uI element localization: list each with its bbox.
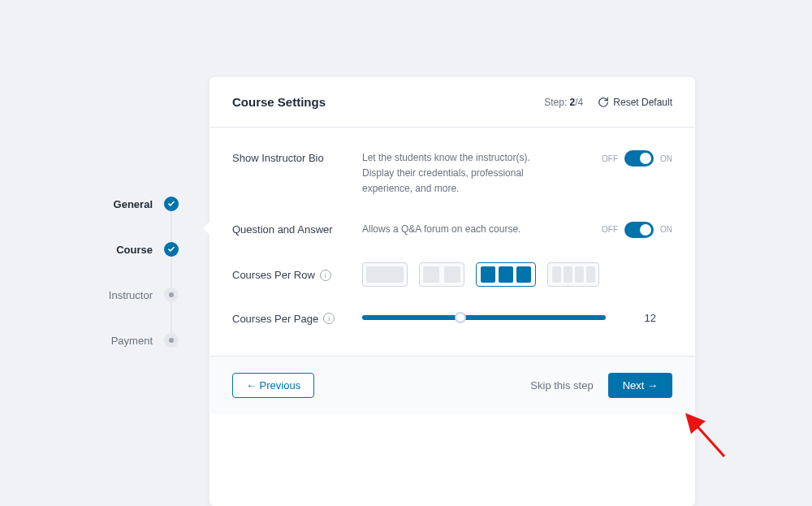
setting-label: Show Instructor Bio [232,150,362,164]
toggle-switch-icon [624,150,654,167]
step-label: Course [116,244,153,256]
setting-label: Courses Per Row i [232,267,362,281]
pending-dot-icon [164,288,179,302]
qa-toggle[interactable]: OFF ON [602,222,672,238]
info-icon[interactable]: i [320,270,331,281]
refresh-icon [598,97,609,108]
slider-value: 12 [632,312,656,324]
step-payment[interactable]: Payment [0,318,209,363]
courses-per-page-slider[interactable] [362,315,606,320]
bio-toggle[interactable]: OFF ON [602,150,672,167]
card-footer: ← Previous Skip this step Next → [209,356,695,414]
check-icon [164,197,179,211]
setting-instructor-bio: Show Instructor Bio Let the students kno… [232,150,672,197]
check-icon [164,242,179,257]
pending-dot-icon [164,333,179,348]
step-label: Instructor [109,289,153,301]
courses-per-row-option-4[interactable] [547,262,599,287]
settings-card: Course Settings Step: 2/4 Reset Default … [209,77,695,506]
info-icon[interactable]: i [323,313,335,324]
toggle-on-label: ON [660,225,672,234]
courses-per-row-option-1[interactable] [362,262,408,287]
courses-per-row-option-3[interactable] [476,262,536,287]
slider-thumb-icon[interactable] [455,312,466,323]
setting-description: Let the students know the instructor(s).… [362,150,557,197]
setting-courses-per-page: Courses Per Page i 12 [232,311,672,325]
toggle-off-label: OFF [602,154,618,163]
toggle-off-label: OFF [602,225,618,234]
step-indicator: Step: 2/4 [544,97,583,108]
step-label: General [114,198,153,210]
courses-per-row-option-2[interactable] [419,262,464,287]
setting-courses-per-row: Courses Per Row i [232,262,672,287]
toggle-on-label: ON [660,154,672,163]
skip-step-link[interactable]: Skip this step [530,379,593,391]
step-instructor[interactable]: Instructor [0,272,209,318]
setting-question-answer: Question and Answer Allows a Q&A forum o… [232,222,672,238]
previous-button[interactable]: ← Previous [232,373,314,398]
card-body: Show Instructor Bio Let the students kno… [209,128,695,356]
step-label: Payment [111,335,153,347]
step-course[interactable]: Course [0,227,209,272]
reset-default-button[interactable]: Reset Default [598,97,672,108]
setting-label: Courses Per Page i [232,311,362,325]
toggle-switch-icon [624,222,654,238]
setting-description: Allows a Q&A forum on each course. [362,222,520,237]
card-header: Course Settings Step: 2/4 Reset Default [209,77,695,128]
setting-label: Question and Answer [232,222,362,236]
next-button[interactable]: Next → [608,373,672,398]
wizard-steps: General Course Instructor Payment [0,77,209,506]
step-general[interactable]: General [0,181,209,227]
page-title: Course Settings [232,95,326,109]
